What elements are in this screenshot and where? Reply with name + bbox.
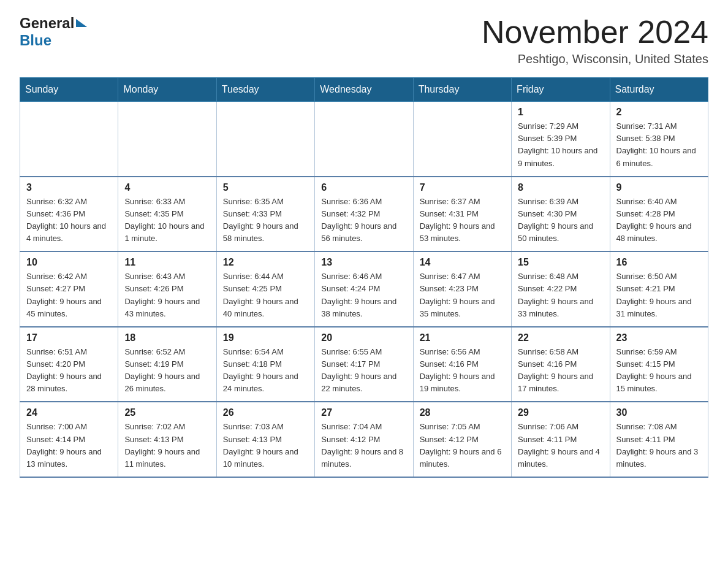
calendar-day-header: Saturday	[610, 78, 708, 102]
day-number: 29	[518, 407, 603, 418]
day-info: Sunrise: 6:35 AMSunset: 4:33 PMDaylight:…	[223, 196, 308, 245]
day-info: Sunrise: 7:31 AMSunset: 5:38 PMDaylight:…	[616, 120, 702, 170]
page-header: General Blue November 2024 Peshtigo, Wis…	[20, 15, 708, 66]
day-info: Sunrise: 6:43 AMSunset: 4:26 PMDaylight:…	[124, 270, 210, 320]
day-number: 8	[518, 182, 603, 193]
calendar-day-header: Friday	[512, 78, 610, 102]
calendar-week-row: 1Sunrise: 7:29 AMSunset: 5:39 PMDaylight…	[20, 102, 708, 177]
calendar-day-header: Tuesday	[216, 78, 314, 102]
day-number: 24	[26, 407, 112, 418]
day-info: Sunrise: 6:59 AMSunset: 4:15 PMDaylight:…	[616, 346, 702, 396]
day-info: Sunrise: 7:08 AMSunset: 4:11 PMDaylight:…	[616, 421, 702, 470]
calendar-header-row: SundayMondayTuesdayWednesdayThursdayFrid…	[20, 78, 708, 102]
calendar-cell: 3Sunrise: 6:32 AMSunset: 4:36 PMDaylight…	[20, 177, 118, 252]
day-info: Sunrise: 7:06 AMSunset: 4:11 PMDaylight:…	[518, 421, 603, 470]
calendar-cell: 13Sunrise: 6:46 AMSunset: 4:24 PMDayligh…	[315, 251, 413, 327]
calendar-cell: 20Sunrise: 6:55 AMSunset: 4:17 PMDayligh…	[315, 327, 413, 402]
title-block: November 2024 Peshtigo, Wisconsin, Unite…	[482, 15, 708, 66]
day-info: Sunrise: 6:52 AMSunset: 4:19 PMDaylight:…	[124, 346, 210, 396]
calendar-cell	[20, 102, 118, 177]
day-number: 23	[616, 332, 702, 343]
day-info: Sunrise: 7:04 AMSunset: 4:12 PMDaylight:…	[321, 421, 406, 470]
calendar-cell: 21Sunrise: 6:56 AMSunset: 4:16 PMDayligh…	[413, 327, 511, 402]
page-subtitle: Peshtigo, Wisconsin, United States	[482, 52, 708, 66]
day-info: Sunrise: 6:39 AMSunset: 4:30 PMDaylight:…	[518, 196, 603, 245]
calendar-cell: 4Sunrise: 6:33 AMSunset: 4:35 PMDaylight…	[118, 177, 216, 252]
calendar-cell: 9Sunrise: 6:40 AMSunset: 4:28 PMDaylight…	[610, 177, 708, 252]
calendar-day-header: Monday	[118, 78, 216, 102]
calendar-cell: 16Sunrise: 6:50 AMSunset: 4:21 PMDayligh…	[610, 251, 708, 327]
day-info: Sunrise: 6:36 AMSunset: 4:32 PMDaylight:…	[321, 196, 406, 245]
day-info: Sunrise: 6:50 AMSunset: 4:21 PMDaylight:…	[616, 270, 702, 320]
calendar-cell: 23Sunrise: 6:59 AMSunset: 4:15 PMDayligh…	[610, 327, 708, 402]
day-info: Sunrise: 6:42 AMSunset: 4:27 PMDaylight:…	[26, 270, 112, 320]
day-number: 4	[124, 182, 210, 193]
day-number: 11	[124, 257, 210, 268]
day-number: 13	[321, 257, 406, 268]
day-info: Sunrise: 7:05 AMSunset: 4:12 PMDaylight:…	[420, 421, 505, 470]
logo-general-text: General	[20, 15, 74, 32]
logo: General Blue	[20, 15, 87, 49]
day-info: Sunrise: 6:55 AMSunset: 4:17 PMDaylight:…	[321, 346, 406, 396]
day-number: 5	[223, 182, 308, 193]
day-info: Sunrise: 6:46 AMSunset: 4:24 PMDaylight:…	[321, 270, 406, 320]
day-info: Sunrise: 6:32 AMSunset: 4:36 PMDaylight:…	[26, 196, 112, 245]
calendar-day-header: Thursday	[413, 78, 511, 102]
day-info: Sunrise: 7:29 AMSunset: 5:39 PMDaylight:…	[518, 120, 603, 170]
calendar-cell: 6Sunrise: 6:36 AMSunset: 4:32 PMDaylight…	[315, 177, 413, 252]
day-info: Sunrise: 7:00 AMSunset: 4:14 PMDaylight:…	[26, 421, 112, 470]
calendar-week-row: 3Sunrise: 6:32 AMSunset: 4:36 PMDaylight…	[20, 177, 708, 252]
day-info: Sunrise: 6:51 AMSunset: 4:20 PMDaylight:…	[26, 346, 112, 396]
day-number: 1	[518, 107, 603, 118]
calendar-table: SundayMondayTuesdayWednesdayThursdayFrid…	[20, 77, 708, 478]
day-number: 16	[616, 257, 702, 268]
calendar-cell: 2Sunrise: 7:31 AMSunset: 5:38 PMDaylight…	[610, 102, 708, 177]
calendar-cell: 30Sunrise: 7:08 AMSunset: 4:11 PMDayligh…	[610, 402, 708, 477]
calendar-day-header: Wednesday	[315, 78, 413, 102]
calendar-cell: 29Sunrise: 7:06 AMSunset: 4:11 PMDayligh…	[512, 402, 610, 477]
day-number: 21	[420, 332, 505, 343]
calendar-cell: 8Sunrise: 6:39 AMSunset: 4:30 PMDaylight…	[512, 177, 610, 252]
calendar-cell	[413, 102, 511, 177]
day-info: Sunrise: 6:33 AMSunset: 4:35 PMDaylight:…	[124, 196, 210, 245]
day-number: 10	[26, 257, 112, 268]
day-number: 7	[420, 182, 505, 193]
day-number: 27	[321, 407, 406, 418]
calendar-cell: 10Sunrise: 6:42 AMSunset: 4:27 PMDayligh…	[20, 251, 118, 327]
day-number: 2	[616, 107, 702, 118]
day-info: Sunrise: 7:02 AMSunset: 4:13 PMDaylight:…	[124, 421, 210, 470]
calendar-cell: 1Sunrise: 7:29 AMSunset: 5:39 PMDaylight…	[512, 102, 610, 177]
day-info: Sunrise: 6:40 AMSunset: 4:28 PMDaylight:…	[616, 196, 702, 245]
calendar-cell: 5Sunrise: 6:35 AMSunset: 4:33 PMDaylight…	[216, 177, 314, 252]
calendar-cell	[118, 102, 216, 177]
calendar-cell	[216, 102, 314, 177]
day-number: 28	[420, 407, 505, 418]
calendar-cell: 27Sunrise: 7:04 AMSunset: 4:12 PMDayligh…	[315, 402, 413, 477]
calendar-cell	[315, 102, 413, 177]
day-info: Sunrise: 7:03 AMSunset: 4:13 PMDaylight:…	[223, 421, 308, 470]
day-number: 12	[223, 257, 308, 268]
calendar-cell: 17Sunrise: 6:51 AMSunset: 4:20 PMDayligh…	[20, 327, 118, 402]
day-info: Sunrise: 6:56 AMSunset: 4:16 PMDaylight:…	[420, 346, 505, 396]
calendar-cell: 12Sunrise: 6:44 AMSunset: 4:25 PMDayligh…	[216, 251, 314, 327]
calendar-cell: 24Sunrise: 7:00 AMSunset: 4:14 PMDayligh…	[20, 402, 118, 477]
calendar-cell: 7Sunrise: 6:37 AMSunset: 4:31 PMDaylight…	[413, 177, 511, 252]
calendar-cell: 26Sunrise: 7:03 AMSunset: 4:13 PMDayligh…	[216, 402, 314, 477]
day-number: 26	[223, 407, 308, 418]
calendar-cell: 18Sunrise: 6:52 AMSunset: 4:19 PMDayligh…	[118, 327, 216, 402]
calendar-week-row: 24Sunrise: 7:00 AMSunset: 4:14 PMDayligh…	[20, 402, 708, 477]
day-number: 15	[518, 257, 603, 268]
calendar-cell: 28Sunrise: 7:05 AMSunset: 4:12 PMDayligh…	[413, 402, 511, 477]
day-info: Sunrise: 6:37 AMSunset: 4:31 PMDaylight:…	[420, 196, 505, 245]
day-number: 14	[420, 257, 505, 268]
calendar-cell: 19Sunrise: 6:54 AMSunset: 4:18 PMDayligh…	[216, 327, 314, 402]
day-number: 19	[223, 332, 308, 343]
day-info: Sunrise: 6:58 AMSunset: 4:16 PMDaylight:…	[518, 346, 603, 396]
day-number: 20	[321, 332, 406, 343]
day-info: Sunrise: 6:44 AMSunset: 4:25 PMDaylight:…	[223, 270, 308, 320]
day-info: Sunrise: 6:48 AMSunset: 4:22 PMDaylight:…	[518, 270, 603, 320]
calendar-cell: 25Sunrise: 7:02 AMSunset: 4:13 PMDayligh…	[118, 402, 216, 477]
calendar-cell: 11Sunrise: 6:43 AMSunset: 4:26 PMDayligh…	[118, 251, 216, 327]
day-number: 22	[518, 332, 603, 343]
calendar-cell: 15Sunrise: 6:48 AMSunset: 4:22 PMDayligh…	[512, 251, 610, 327]
